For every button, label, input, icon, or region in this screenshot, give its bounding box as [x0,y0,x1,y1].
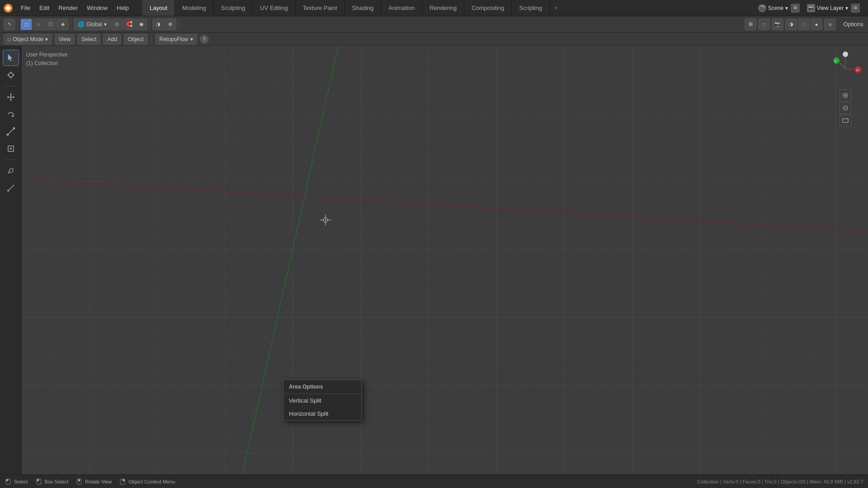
view-menu-btn[interactable]: View [55,34,75,45]
transform-tool-btn[interactable] [3,141,19,157]
show-group: ◑ ⊕ [151,18,179,31]
snap-box-select-btn[interactable]: □ [20,19,32,30]
status-context-menu: Object Context Menu [119,478,175,485]
show-overlay-btn[interactable]: ◑ [152,19,164,30]
svg-marker-11 [10,93,12,95]
snap-to-btn[interactable]: 🧲 [123,19,135,30]
material-shading-btn[interactable]: ◌ [798,19,810,30]
header-toolbar: ↖ □ ○ ⬡ ◈ 🌐 Global ▾ ⊙ 🧲 ◉ ◑ ⊕ ⊞ □ 📷 ◑ ◌… [0,16,868,33]
view-layer-icon: 📷 [807,4,815,12]
top-right-section: 🎬 Scene ▾ ⧉ 📷 View Layer ▾ ⧉ [755,0,868,16]
global-arrow: ▾ [104,21,107,28]
svg-marker-15 [11,116,14,117]
viewport-icon-btn[interactable]: ⊞ [745,19,756,30]
move-tool-btn[interactable] [3,89,19,105]
context-menu: Area Options Vertical Split Horizontal S… [283,380,362,421]
show-gizmo-btn[interactable]: ⊕ [165,19,176,30]
viewport-ortho-btn[interactable]: □ [758,19,770,30]
svg-rect-49 [843,119,848,122]
vertical-split-item[interactable]: Vertical Split [283,394,362,407]
options-button[interactable]: Options [840,21,866,28]
bottom-status-bar: Select ⋯ Box Select Rotate View [0,474,868,488]
global-dropdown[interactable]: 🌐 Global ▾ [74,19,111,30]
viewport-3d[interactable]: User Perspective (1) Collection [22,46,868,474]
proportional-btn[interactable]: ◉ [136,19,147,30]
tab-animation[interactable]: Animation [381,0,422,16]
object-menu-btn[interactable]: Object [124,34,148,45]
tab-modeling[interactable]: Modeling [175,0,214,16]
mode-arrow: ▾ [45,36,48,42]
tab-compositing[interactable]: Compositing [464,0,512,16]
svg-text:Y: Y [835,59,837,63]
svg-rect-27 [22,46,868,474]
snap-lasso-btn[interactable]: ⬡ [45,19,57,30]
rotate-tool-btn[interactable] [3,106,19,122]
zoom-in-btn[interactable] [840,89,851,101]
retopoflow-arrow: ▾ [190,36,193,42]
svg-point-21 [10,148,12,150]
tab-shading[interactable]: Shading [345,0,382,16]
menu-file[interactable]: File [16,0,35,16]
tab-rendering[interactable]: Rendering [422,0,464,16]
scene-selector[interactable]: 🎬 Scene ▾ ⧉ [755,4,803,13]
workspace-tabs: Layout Modeling Sculpting UV Editing Tex… [142,0,562,16]
collection-stats: Collection | Verts:0 | Faces:0 | Tris:0 … [697,479,863,484]
add-menu-btn[interactable]: Add [103,34,121,45]
select-label: Select [14,479,28,484]
retopoflow-dropdown[interactable]: RetopoFlow ▾ [156,34,197,45]
menu-window[interactable]: Window [82,0,112,16]
view-layer-copy-icon[interactable]: ⧉ [851,4,860,13]
rotate-view-label: Rotate View [85,479,112,484]
svg-marker-13 [7,96,9,98]
annotate-tool-btn[interactable] [3,163,19,179]
select-tool-btn[interactable] [3,50,19,66]
add-workspace-button[interactable]: + [550,0,562,16]
mouse-left-icon [5,478,12,485]
left-toolbar [0,46,22,474]
scene-label: Scene [768,5,783,11]
viewport-nav-buttons [827,89,863,127]
mouse-right-icon [119,478,126,485]
viewport-extra-btn[interactable]: ≡ [824,19,836,30]
tab-scripting[interactable]: Scripting [512,0,550,16]
menu-edit[interactable]: Edit [35,0,54,16]
snap-tweak-btn[interactable]: ◈ [57,19,69,30]
tab-layout[interactable]: Layout [142,0,175,16]
camera-perspective-btn[interactable] [840,115,851,127]
help-question-btn[interactable]: ? [200,35,209,44]
snap-tools-group: □ ○ ⬡ ◈ [19,18,71,31]
pivot-btn[interactable]: ⊙ [111,19,123,30]
svg-text:⋯: ⋯ [40,482,42,484]
zoom-out-btn[interactable] [840,102,851,114]
object-mode-dropdown[interactable]: □ Object Mode ▾ [4,34,52,45]
svg-rect-19 [7,134,9,136]
svg-line-43 [840,63,845,69]
status-select: Select [5,478,28,485]
scene-dropdown-icon: ▾ [785,5,788,11]
svg-marker-14 [13,96,15,98]
scene-icon: 🎬 [758,4,766,12]
nav-gizmo[interactable]: X Y [827,51,863,87]
tab-uv-editing[interactable]: UV Editing [253,0,295,16]
measure-tool-btn[interactable] [3,180,19,196]
view-layer-selector[interactable]: 📷 View Layer ▾ ⧉ [803,4,863,13]
menu-render[interactable]: Render [54,0,82,16]
viewport-camera-btn[interactable]: 📷 [772,19,783,30]
top-menu-bar: File Edit Render Window Help Layout Mode… [0,0,868,16]
tool-select-icon[interactable]: ↖ [4,19,15,30]
horizontal-split-item[interactable]: Horizontal Split [283,407,362,420]
tab-texture-paint[interactable]: Texture Paint [296,0,345,16]
menu-help[interactable]: Help [112,0,133,16]
solid-shading-btn[interactable]: ◑ [785,19,797,30]
svg-rect-54 [6,479,8,481]
tab-sculpting[interactable]: Sculpting [214,0,253,16]
scene-copy-icon[interactable]: ⧉ [791,4,800,13]
cursor-tool-btn[interactable] [3,67,19,83]
status-rotate-view: Rotate View [75,478,112,485]
blender-logo[interactable] [0,0,16,16]
lt-divider-1 [4,86,18,86]
rendered-shading-btn[interactable]: ● [811,19,822,30]
scale-tool-btn[interactable] [3,123,19,140]
snap-circle-btn[interactable]: ○ [33,19,44,30]
select-menu-btn[interactable]: Select [77,34,100,45]
